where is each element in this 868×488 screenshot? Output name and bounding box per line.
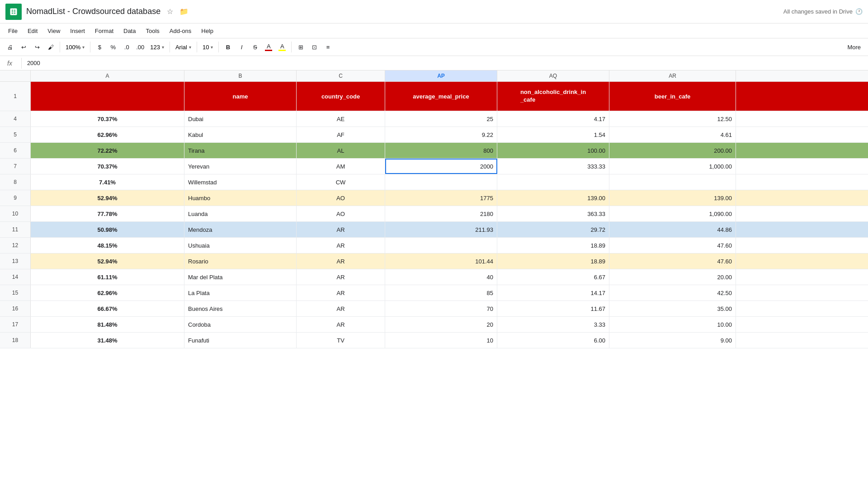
cell-7-C[interactable]: AM	[297, 159, 385, 174]
row-num-7[interactable]: 7	[0, 159, 31, 174]
cell-4-AQ[interactable]: 4.17	[497, 111, 609, 127]
cell-18-B[interactable]: Funafuti	[184, 333, 297, 348]
cell-10-C[interactable]: AO	[297, 206, 385, 221]
cell-18-A[interactable]: 31.48%	[31, 333, 184, 348]
cell-8-C[interactable]: CW	[297, 174, 385, 190]
menu-insert[interactable]: Insert	[66, 26, 90, 36]
cell-1-B[interactable]: name	[184, 82, 297, 111]
row-num-13[interactable]: 13	[0, 253, 31, 269]
cell-7-AQ[interactable]: 333.33	[497, 159, 609, 174]
menu-addons[interactable]: Add-ons	[165, 26, 196, 36]
font-dropdown[interactable]: Arial ▾	[173, 41, 194, 53]
zoom-dropdown[interactable]: 100% ▾	[63, 41, 87, 53]
italic-button[interactable]: I	[235, 41, 248, 53]
cell-7-B[interactable]: Yerevan	[184, 159, 297, 174]
cell-8-AP[interactable]	[385, 174, 497, 190]
col-header-AQ[interactable]: AQ	[497, 70, 609, 81]
cell-1-C[interactable]: country_code	[297, 82, 385, 111]
col-header-B[interactable]: B	[184, 70, 297, 81]
menu-tools[interactable]: Tools	[141, 26, 164, 36]
cell-18-AQ[interactable]: 6.00	[497, 333, 609, 348]
row-num-18[interactable]: 18	[0, 333, 31, 348]
cell-10-B[interactable]: Luanda	[184, 206, 297, 221]
cell-17-AQ[interactable]: 3.33	[497, 317, 609, 332]
cell-9-AP[interactable]: 1775	[385, 190, 497, 206]
strikethrough-button[interactable]: S	[249, 41, 261, 53]
cell-5-C[interactable]: AF	[297, 127, 385, 142]
paint-format-button[interactable]: 🖌	[44, 41, 57, 53]
cell-10-AR[interactable]: 1,090.00	[609, 206, 736, 221]
menu-format[interactable]: Format	[90, 26, 118, 36]
cell-10-AQ[interactable]: 363.33	[497, 206, 609, 221]
cell-18-C[interactable]: TV	[297, 333, 385, 348]
cell-8-B[interactable]: Willemstad	[184, 174, 297, 190]
cell-7-A[interactable]: 70.37%	[31, 159, 184, 174]
cell-6-AR[interactable]: 200.00	[609, 143, 736, 158]
row-num-15[interactable]: 15	[0, 285, 31, 300]
cell-10-AP[interactable]: 2180	[385, 206, 497, 221]
bold-button[interactable]: B	[222, 41, 234, 53]
col-header-A[interactable]: A	[31, 70, 184, 81]
cell-8-AR[interactable]	[609, 174, 736, 190]
cell-13-AR[interactable]: 47.60	[609, 253, 736, 269]
row-num-14[interactable]: 14	[0, 269, 31, 285]
cell-13-C[interactable]: AR	[297, 253, 385, 269]
cell-16-AQ[interactable]: 11.67	[497, 301, 609, 316]
cell-9-A[interactable]: 52.94%	[31, 190, 184, 206]
cell-6-AQ[interactable]: 100.00	[497, 143, 609, 158]
cell-15-AQ[interactable]: 14.17	[497, 285, 609, 300]
cell-11-C[interactable]: AR	[297, 222, 385, 237]
cell-5-AP[interactable]: 9.22	[385, 127, 497, 142]
cell-14-AP[interactable]: 40	[385, 269, 497, 285]
col-header-AP[interactable]: AP	[385, 70, 497, 81]
cell-14-B[interactable]: Mar del Plata	[184, 269, 297, 285]
cell-11-B[interactable]: Mendoza	[184, 222, 297, 237]
print-button[interactable]: 🖨	[4, 41, 16, 53]
row-num-8[interactable]: 8	[0, 174, 31, 190]
cell-13-B[interactable]: Rosario	[184, 253, 297, 269]
cell-1-AP[interactable]: average_meal_price	[385, 82, 497, 111]
cell-4-AR[interactable]: 12.50	[609, 111, 736, 127]
decimal-right-button[interactable]: .00	[134, 41, 146, 53]
cell-12-AR[interactable]: 47.60	[609, 238, 736, 253]
font-size-dropdown[interactable]: 10 ▾	[200, 41, 216, 53]
cell-8-AQ[interactable]	[497, 174, 609, 190]
cell-10-A[interactable]: 77.78%	[31, 206, 184, 221]
cell-11-AP[interactable]: 211.93	[385, 222, 497, 237]
menu-help[interactable]: Help	[197, 26, 218, 36]
decimal-left-button[interactable]: .0	[120, 41, 133, 53]
cell-1-AR[interactable]: beer_in_cafe	[609, 82, 736, 111]
cell-15-AR[interactable]: 42.50	[609, 285, 736, 300]
col-header-C[interactable]: C	[297, 70, 385, 81]
cell-17-C[interactable]: AR	[297, 317, 385, 332]
cell-12-AQ[interactable]: 18.89	[497, 238, 609, 253]
number-format-dropdown[interactable]: 123 ▾	[147, 41, 167, 53]
cell-15-C[interactable]: AR	[297, 285, 385, 300]
cell-5-AR[interactable]: 4.61	[609, 127, 736, 142]
cell-9-AQ[interactable]: 139.00	[497, 190, 609, 206]
cell-16-AP[interactable]: 70	[385, 301, 497, 316]
cell-16-AR[interactable]: 35.00	[609, 301, 736, 316]
col-header-AR[interactable]: AR	[609, 70, 736, 81]
cell-4-B[interactable]: Dubai	[184, 111, 297, 127]
currency-button[interactable]: $	[93, 41, 106, 53]
row-num-4[interactable]: 4	[0, 111, 31, 127]
cell-15-A[interactable]: 62.96%	[31, 285, 184, 300]
redo-button[interactable]: ↪	[31, 41, 43, 53]
cell-1-AQ[interactable]: non_alcoholic_drink_in_cafe	[497, 82, 609, 111]
cell-14-C[interactable]: AR	[297, 269, 385, 285]
cell-17-A[interactable]: 81.48%	[31, 317, 184, 332]
highlight-color-button[interactable]: A	[276, 41, 288, 53]
align-button[interactable]: ≡	[321, 41, 334, 53]
cell-14-AR[interactable]: 20.00	[609, 269, 736, 285]
row-num-12[interactable]: 12	[0, 238, 31, 253]
menu-file[interactable]: File	[4, 26, 22, 36]
cell-6-AP[interactable]: 800	[385, 143, 497, 158]
row-num-17[interactable]: 17	[0, 317, 31, 332]
star-icon[interactable]: ☆	[167, 7, 173, 16]
cell-13-AP[interactable]: 101.44	[385, 253, 497, 269]
row-num-10[interactable]: 10	[0, 206, 31, 221]
cell-9-AR[interactable]: 139.00	[609, 190, 736, 206]
cell-6-B[interactable]: Tirana	[184, 143, 297, 158]
cell-5-A[interactable]: 62.96%	[31, 127, 184, 142]
